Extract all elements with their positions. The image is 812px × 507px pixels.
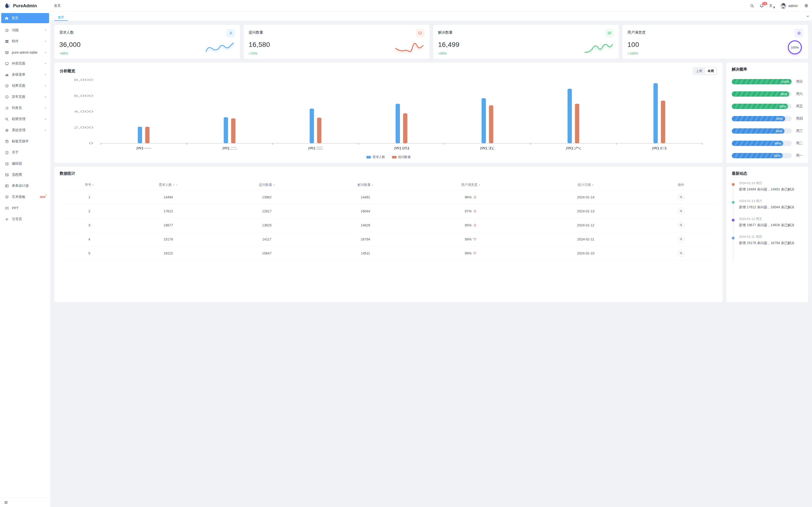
stat-value: 16,580 <box>249 41 406 49</box>
sidebar-item-label: 编辑器 <box>12 161 47 166</box>
col-header-demand[interactable]: 需求人数▲▼∨ <box>119 183 218 187</box>
filter-chevron-icon[interactable]: ∨ <box>176 183 177 186</box>
sidebar-item-about[interactable]: 关于 <box>0 147 50 158</box>
permission-icon <box>5 117 9 121</box>
stat-title: 需求人数 <box>59 29 74 35</box>
table-row: 2 17612 12817 16044 97% 2024-01-13 <box>60 204 406 218</box>
chevron-down-icon <box>44 84 47 87</box>
sidebar-item-label: 系统管理 <box>12 128 41 132</box>
cell-question: 15647 <box>218 251 316 254</box>
legend-questions[interactable]: 提问数量 <box>392 155 406 159</box>
cell-question: 14117 <box>218 237 316 241</box>
sidebar-item-label: 表单设计器 <box>12 184 47 188</box>
sidebar-item-label: 多级菜单 <box>12 72 41 77</box>
tab-home[interactable]: 首页 <box>54 13 68 21</box>
breadcrumb[interactable]: 首页 <box>54 4 61 8</box>
sparkline-red <box>395 39 406 53</box>
sidebar-item-list-page[interactable]: 列表页 <box>0 103 50 114</box>
middle-row: 分析概览 上周 本周 02,0004,0006,0008,000周一周二周三周四… <box>54 63 406 163</box>
tag-ops-icon <box>5 139 9 144</box>
ppt-icon <box>5 206 9 210</box>
sidebar-item-flowchart[interactable]: 流程图 <box>0 169 50 180</box>
sidebar-item-label: 功能 <box>12 28 41 33</box>
chevron-down-icon <box>44 96 47 98</box>
chevron-down-icon <box>44 107 47 109</box>
cell-question: 13962 <box>218 195 316 199</box>
sidebar-item-label: pure-admin-table <box>12 51 41 54</box>
table-icon <box>5 51 9 55</box>
cell-solve: 14626 <box>316 223 406 227</box>
sidebar-item-multi-level-menu[interactable]: 多级菜单 <box>0 69 50 80</box>
sidebar-item-art-board[interactable]: 艺术画板 NEW <box>0 191 50 203</box>
legend-label: 提问数量 <box>398 155 406 159</box>
chevron-down-icon <box>44 29 47 32</box>
stat-card-questions: 提问数量 16,580 +70% <box>244 25 406 59</box>
multi-level-menu-icon <box>5 73 9 77</box>
external-page-icon <box>5 62 9 66</box>
svg-text:周四: 周四 <box>394 147 406 150</box>
sidebar-item-result-pages[interactable]: 结果页面 <box>0 80 50 91</box>
stat-title: 提问数量 <box>249 29 263 35</box>
sidebar-item-pure-admin-table[interactable]: pure-admin-table <box>0 47 50 58</box>
sidebar-item-form-designer[interactable]: 表单设计器 <box>0 180 50 191</box>
sidebar-item-tag-ops[interactable]: 标签页操作 <box>0 136 50 147</box>
sidebar-item-permission[interactable]: 权限管理 <box>0 114 50 125</box>
cell-solve: 14511 <box>316 251 406 254</box>
svg-text:4,000: 4,000 <box>74 110 93 113</box>
legend-demand[interactable]: 需求人数 <box>366 155 385 159</box>
sort-icon[interactable]: ▲▼ <box>173 184 174 186</box>
feature-icon <box>5 28 9 33</box>
sidebar-item-label: 引导页 <box>12 217 47 221</box>
stat-delta: +70% <box>249 52 406 55</box>
sidebar-item-guide[interactable]: 引导页 <box>0 214 50 225</box>
svg-text:周二: 周二 <box>221 147 238 150</box>
sidebar-item-error-pages[interactable]: 异常页面 <box>0 91 50 103</box>
sidebar-item-label: 异常页面 <box>12 95 41 99</box>
table-row: 5 18115 15647 14511 99% 2024-01-10 <box>60 246 406 253</box>
sidebar-item-system[interactable]: 系统管理 <box>0 125 50 136</box>
chevron-down-icon <box>44 62 47 65</box>
cell-index: 3 <box>60 223 119 227</box>
sidebar-item-ppt[interactable]: PPT <box>0 203 50 214</box>
svg-text:8,000: 8,000 <box>74 78 93 82</box>
svg-text:6,000: 6,000 <box>74 94 93 98</box>
table-title: 数据统计 <box>60 171 75 175</box>
sparkline-blue <box>205 39 235 53</box>
sort-icon[interactable]: ▲▼ <box>273 184 275 186</box>
analysis-card: 分析概览 上周 本周 02,0004,0006,0008,000周一周二周三周四… <box>54 63 406 163</box>
cell-question: 12817 <box>218 209 316 213</box>
logo[interactable]: PureAdmin <box>0 0 50 12</box>
form-designer-icon <box>5 184 9 188</box>
tag-view-bar: 首页 <box>51 12 406 21</box>
cell-demand: 14494 <box>119 195 218 199</box>
tab-label: 首页 <box>58 15 64 19</box>
chevron-down-icon <box>44 51 47 54</box>
cell-question: 13625 <box>218 223 316 227</box>
sidebar-item-label: 列表页 <box>12 106 41 110</box>
art-board-icon <box>5 195 9 199</box>
sidebar-item-components[interactable]: 组件 <box>0 36 50 47</box>
cell-demand: 17612 <box>119 209 218 213</box>
table-row: 3 19677 13625 14626 95% 2024-01-12 <box>60 218 406 232</box>
home-icon <box>5 16 9 20</box>
sidebar-item-features[interactable]: 功能 <box>0 25 50 36</box>
app-title: PureAdmin <box>13 3 37 8</box>
col-header-index[interactable]: 序号▲▼ <box>60 183 119 187</box>
cell-demand: 18115 <box>119 251 218 254</box>
list-page-icon <box>5 106 9 110</box>
col-header-question[interactable]: 提问数量▲▼ <box>218 183 316 187</box>
sort-icon[interactable]: ▲▼ <box>372 184 373 186</box>
cell-solve: 16794 <box>316 237 406 241</box>
stat-card-demand: 需求人数 36,000 +88% <box>54 25 240 59</box>
new-badge: NEW <box>40 196 45 199</box>
sort-icon[interactable]: ▲▼ <box>92 184 94 186</box>
bottom-row: 数据统计 序号▲▼ 需求人数▲▼∨ 提问数量▲▼ 解决数量▲▼ 用户满意度▲▼ … <box>54 167 406 253</box>
sidebar-item-editor[interactable]: 编辑器 <box>0 158 50 169</box>
chevron-down-icon <box>44 40 47 43</box>
cell-index: 1 <box>60 195 119 199</box>
sidebar-item-home[interactable]: 首页 <box>1 13 49 23</box>
analysis-title: 分析概览 <box>60 69 75 74</box>
col-header-solve[interactable]: 解决数量▲▼ <box>316 183 406 187</box>
svg-text:2,000: 2,000 <box>74 126 93 129</box>
sidebar-item-external-pages[interactable]: 外部页面 <box>0 58 50 69</box>
